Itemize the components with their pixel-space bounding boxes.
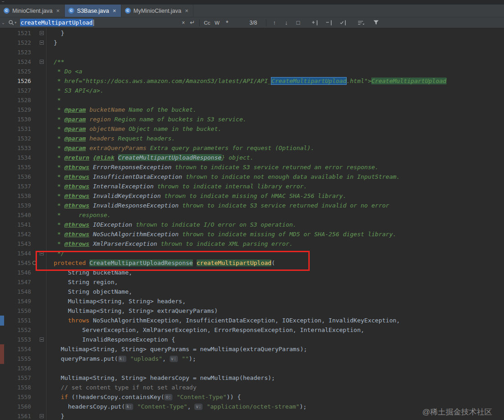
filter-lines-button[interactable] <box>357 18 366 28</box>
line-number: 1557 <box>5 374 31 381</box>
code-line-1550[interactable]: Multimap<String, String> extraQueryParam… <box>47 306 504 316</box>
new-line-icon[interactable]: ↵ <box>188 18 197 28</box>
override-marker-icon[interactable] <box>32 261 36 265</box>
line-number: 1530 <box>5 116 31 123</box>
code-line-1536[interactable]: * @throws InsufficientDataException thro… <box>47 172 504 181</box>
line-number: 1533 <box>5 145 31 151</box>
code-line-1531[interactable]: * @param objectName Object name in the b… <box>47 124 504 134</box>
code-line-1543[interactable]: * @throws XmlParserException thrown to i… <box>47 239 504 249</box>
code-line-1523[interactable] <box>47 47 504 57</box>
code-line-1540[interactable]: * response. <box>47 210 504 220</box>
line-number: 1532 <box>5 135 31 142</box>
fold-marker-icon[interactable] <box>40 60 44 64</box>
regex-toggle[interactable]: * <box>222 18 232 28</box>
code-line-1544[interactable]: */ <box>47 249 504 258</box>
code-line-1535[interactable]: * @throws ErrorResponseException thrown … <box>47 162 504 172</box>
code-line-1529[interactable]: * @param bucketName Name of the bucket. <box>47 105 504 114</box>
add-occurrence-button[interactable] <box>311 18 320 28</box>
gutter-line-1545: 1545 <box>0 258 46 268</box>
fold-marker-icon[interactable] <box>40 414 44 418</box>
tab-close-icon[interactable]: × <box>185 7 189 14</box>
gutter-line-1540: 1540 <box>0 210 46 220</box>
next-occurrence-button[interactable]: ↓ <box>281 18 292 28</box>
filter-funnel-icon[interactable] <box>372 18 381 28</box>
code-line-1556[interactable] <box>47 363 504 373</box>
fold-marker-icon[interactable] <box>40 251 44 255</box>
gutter-line-1530: 1530 <box>0 114 46 124</box>
gutter-line-1536: 1536 <box>0 172 46 181</box>
code-line-1554[interactable]: Multimap<String, String> queryParams = n… <box>47 344 504 354</box>
gutter-line-1542: 1542 <box>0 229 46 239</box>
tab-MinioClient.java[interactable]: CMinioClient.java× <box>0 5 65 17</box>
fold-marker-icon[interactable] <box>40 31 44 35</box>
code-line-1553[interactable]: InvalidResponseException { <box>47 335 504 344</box>
code-line-1534[interactable]: * @return {@link CreateMultipartUploadRe… <box>47 153 504 162</box>
gutter-line-1546: 1546 <box>0 268 46 277</box>
prev-occurrence-button[interactable]: ↑ <box>269 18 281 28</box>
words-toggle[interactable]: W <box>212 18 222 28</box>
fold-marker-icon[interactable] <box>40 337 44 342</box>
remove-occurrence-button[interactable] <box>325 18 334 28</box>
gutter-line-1541: 1541 <box>0 220 46 229</box>
gutter-line-1535: 1535 <box>0 162 46 172</box>
gutter-line-1550: 1550 <box>0 306 46 316</box>
divider <box>199 19 200 26</box>
search-magnifier-icon[interactable]: ▾ <box>6 20 18 26</box>
code-line-1528[interactable]: * <box>47 95 504 105</box>
code-line-1524[interactable]: /** <box>47 57 504 67</box>
code-line-1542[interactable]: * @throws NoSuchAlgorithmException throw… <box>47 229 504 239</box>
gutter-line-1553: 1553 <box>0 335 46 344</box>
tab-close-icon[interactable]: × <box>113 7 116 14</box>
code-line-1522[interactable]: } <box>47 38 504 47</box>
code-line-1525[interactable]: * Do <a <box>47 67 504 76</box>
search-input[interactable]: createMultipartUpload <box>18 17 179 28</box>
code-line-1546[interactable]: String bucketName, <box>47 268 504 277</box>
search-match: createMultipartUpload <box>197 259 271 266</box>
code-line-1521[interactable]: } <box>47 28 504 38</box>
code-line-1558[interactable]: // set content type if not set already <box>47 383 504 392</box>
gutter: 1521152215231524152515261527152815291530… <box>0 28 47 420</box>
tab-close-icon[interactable]: × <box>56 7 60 14</box>
code-line-1552[interactable]: ServerException, XmlParserException, Err… <box>47 325 504 335</box>
tab-MyMinioClient.java[interactable]: CMyMinioClient.java× <box>121 5 194 17</box>
open-in-find-window-button[interactable]: □ <box>292 18 304 28</box>
code-line-1545[interactable]: protected CreateMultipartUploadResponse … <box>47 258 504 268</box>
code-line-1539[interactable]: * @throws InvalidResponseException throw… <box>47 201 504 210</box>
match-case-toggle[interactable]: Cc <box>202 18 212 28</box>
gutter-line-1527: 1527 <box>0 86 46 95</box>
code-lines[interactable]: } } /** * Do <a * href="https://docs.aws… <box>47 28 504 420</box>
code-line-1538[interactable]: * @throws InvalidKeyException thrown to … <box>47 191 504 201</box>
code-line-1549[interactable]: Multimap<String, String> headers, <box>47 296 504 306</box>
line-number: 1534 <box>5 154 31 161</box>
line-number: 1542 <box>5 231 31 238</box>
line-number: 1527 <box>5 87 31 94</box>
expand-replace-chevron-icon[interactable]: ⌄ <box>0 20 6 25</box>
line-number: 1529 <box>5 106 31 113</box>
code-line-1527[interactable]: * S3 API</a>. <box>47 86 504 95</box>
line-number: 1545 <box>5 259 31 266</box>
code-line-1551[interactable]: throws NoSuchAlgorithmException, Insuffi… <box>47 316 504 325</box>
editor-area[interactable]: 1521152215231524152515261527152815291530… <box>0 28 504 420</box>
code-line-1557[interactable]: Multimap<String, String> headersCopy = n… <box>47 373 504 383</box>
code-line-1559[interactable]: if (!headersCopy.containsKey(o: "Content… <box>47 392 504 402</box>
code-line-1547[interactable]: String region, <box>47 277 504 287</box>
clear-search-icon[interactable]: × <box>179 18 188 28</box>
fold-marker-icon[interactable] <box>40 41 44 45</box>
code-line-1533[interactable]: * @param extraQueryParams Extra query pa… <box>47 143 504 153</box>
line-number: 1546 <box>5 269 31 276</box>
gutter-line-1555: 1555 <box>0 354 46 363</box>
select-all-occurrences-button[interactable] <box>339 18 348 28</box>
code-line-1526[interactable]: * href="https://docs.aws.amazon.com/Amaz… <box>47 76 504 86</box>
line-number: 1537 <box>5 183 31 190</box>
ide-window: − CMinioClient.java×CS3Base.java×CMyMini… <box>0 0 504 420</box>
line-number: 1550 <box>5 307 31 314</box>
code-line-1548[interactable]: String objectName, <box>47 287 504 296</box>
code-line-1541[interactable]: * @throws IOException thrown to indicate… <box>47 220 504 229</box>
code-line-1532[interactable]: * @param headers Request headers. <box>47 134 504 143</box>
gutter-line-1554: 1554 <box>0 344 46 354</box>
code-line-1530[interactable]: * @param region Region name of buckets i… <box>47 114 504 124</box>
param-hint: k: <box>125 404 133 410</box>
tab-S3Base.java[interactable]: CS3Base.java× <box>65 5 121 17</box>
code-line-1555[interactable]: queryParams.put(k: "uploads", v: ""); <box>47 354 504 363</box>
code-line-1537[interactable]: * @throws InternalException thrown to in… <box>47 181 504 191</box>
